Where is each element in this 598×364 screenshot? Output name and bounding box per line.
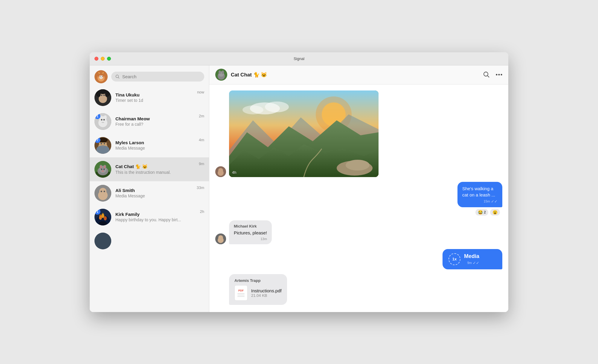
pdf-bubble: Artemis Trapp PDF I — [229, 274, 287, 305]
outgoing-text: She's walking a cat on a leash ... — [462, 185, 498, 198]
conversation-item-cat-chat[interactable]: Cat Chat 🐈 😺 This is the instruction man… — [90, 157, 209, 181]
conv-avatar-myles: 7 — [94, 137, 111, 154]
conv-info-chairman: Chairman Meow Free for a call? — [115, 116, 195, 127]
conversation-list: Tina Ukuku Timer set to 1d now 1 — [90, 86, 209, 312]
reaction-emoji-laugh: 😂 — [478, 210, 483, 215]
svg-point-28 — [103, 119, 105, 120]
reaction-surprised[interactable]: 😮 — [490, 209, 500, 216]
more-options-button[interactable] — [496, 74, 502, 76]
conversation-item-partial[interactable] — [90, 229, 209, 253]
svg-point-57 — [99, 214, 102, 217]
pdf-sender: Artemis Trapp — [234, 278, 282, 283]
svg-rect-60 — [101, 221, 102, 224]
conv-avatar-cat-chat — [94, 161, 111, 178]
conv-preview-ali: Media Message — [115, 193, 193, 198]
sidebar-header — [90, 65, 209, 86]
svg-point-12 — [116, 75, 118, 78]
msg-avatar-incoming — [215, 166, 226, 177]
svg-point-11 — [102, 76, 102, 76]
conv-name-myles: Myles Larson — [115, 140, 195, 145]
svg-point-70 — [496, 74, 498, 76]
reaction-laugh[interactable]: 😂 2 — [475, 209, 488, 216]
reactions-row: 😂 2 😮 — [475, 209, 500, 216]
svg-point-27 — [101, 119, 103, 120]
pdf-type-label: PDF — [238, 289, 244, 292]
svg-point-44 — [101, 168, 103, 170]
incoming-text: Pictures, please! — [234, 230, 267, 236]
chat-area: Cat Chat 🐈 😺 — [209, 65, 508, 312]
cat-chat-avatar-image — [94, 161, 111, 178]
conv-preview-tina: Timer set to 1d — [115, 98, 193, 103]
conv-name-cat-chat: Cat Chat 🐈 😺 — [115, 164, 195, 169]
search-icon — [115, 74, 120, 79]
svg-point-83 — [346, 160, 370, 171]
partial-avatar-image — [94, 233, 111, 249]
maximize-button[interactable] — [107, 57, 111, 61]
user-avatar[interactable] — [94, 70, 108, 83]
conversation-item-kirk-family[interactable]: 1 — [90, 205, 209, 229]
pdf-lines — [237, 293, 245, 297]
conversation-item-myles[interactable]: 7 — [90, 133, 209, 157]
svg-point-58 — [102, 213, 104, 215]
badge-myles: 7 — [94, 137, 100, 143]
message-row-outgoing-text: She's walking a cat on a leash ... 15m ✓… — [215, 182, 502, 216]
landscape-svg — [229, 90, 379, 177]
svg-point-68 — [484, 72, 488, 76]
svg-point-85 — [265, 102, 289, 112]
conversation-item-ali[interactable]: Ali Smith Media Message 33m — [90, 181, 209, 205]
svg-point-46 — [102, 170, 104, 172]
svg-point-89 — [218, 235, 223, 240]
conv-avatar-kirk-family: 1 — [94, 209, 111, 225]
conv-time-kirk-family: 2h — [200, 209, 204, 214]
conv-preview-myles: Media Message — [115, 146, 195, 150]
tina-avatar-image — [94, 89, 111, 106]
conversation-item-chairman[interactable]: 1 Chairman Meow — [90, 110, 209, 133]
conversation-item-tina[interactable]: Tina Ukuku Timer set to 1d now — [90, 86, 209, 110]
chat-header-info: Cat Chat 🐈 😺 — [215, 69, 480, 81]
svg-point-56 — [104, 216, 107, 220]
voice-speed-indicator: 1x — [448, 253, 460, 265]
pdf-filesize: 21.04 KB — [251, 293, 282, 298]
pdf-content: PDF Instructions.pdf 21.04 KB — [234, 285, 282, 301]
pdf-line-2 — [237, 295, 245, 295]
search-input[interactable] — [122, 74, 200, 79]
msg-row-outgoing: She's walking a cat on a leash ... 15m ✓… — [428, 182, 502, 207]
search-bar[interactable] — [111, 72, 204, 82]
close-button[interactable] — [94, 57, 98, 61]
svg-point-62 — [94, 233, 111, 249]
conv-avatar-tina — [94, 89, 111, 106]
svg-line-69 — [488, 76, 489, 78]
search-chat-icon — [483, 71, 490, 78]
svg-point-45 — [103, 168, 105, 170]
conv-preview-cat-chat: This is the instruction manual. — [115, 170, 195, 175]
reaction-emoji-surprised: 😮 — [492, 210, 498, 215]
message-row-incoming-text: Michael Kirk Pictures, please! 13m — [215, 220, 502, 244]
svg-point-21 — [103, 94, 105, 96]
svg-point-34 — [101, 143, 102, 144]
pdf-icon: PDF — [234, 285, 248, 301]
minimize-button[interactable] — [101, 57, 105, 61]
conv-name-ali: Ali Smith — [115, 188, 193, 193]
search-chat-button[interactable] — [483, 71, 490, 78]
pdf-line-3 — [237, 296, 245, 297]
incoming-avatar-image — [215, 166, 226, 177]
media-read-receipt-icon: ✓✓ — [473, 261, 479, 265]
media-voice-label: Media — [464, 253, 479, 259]
incoming-sender: Michael Kirk — [234, 224, 267, 228]
media-image-bubble: 4h — [229, 90, 379, 177]
michael-avatar-image — [215, 234, 226, 244]
pdf-file-info: Instructions.pdf 21.04 KB — [251, 288, 282, 298]
conv-name-chairman: Chairman Meow — [115, 116, 195, 121]
conv-info-myles: Myles Larson Media Message — [115, 140, 195, 150]
conv-preview-chairman: Free for a call? — [115, 122, 195, 127]
conv-avatar-ali — [94, 185, 111, 202]
conv-info-partial — [115, 236, 204, 246]
conv-info-ali: Ali Smith Media Message — [115, 188, 193, 198]
chat-header: Cat Chat 🐈 😺 — [209, 65, 508, 85]
media-voice-bubble: 1x Media 9m ✓✓ — [443, 249, 502, 269]
chat-title: Cat Chat 🐈 😺 — [231, 72, 267, 78]
message-row-pdf: Artemis Trapp PDF I — [215, 274, 502, 305]
svg-point-50 — [101, 191, 102, 192]
chat-header-avatar-image — [215, 69, 227, 81]
app-title: Signal — [294, 56, 304, 61]
